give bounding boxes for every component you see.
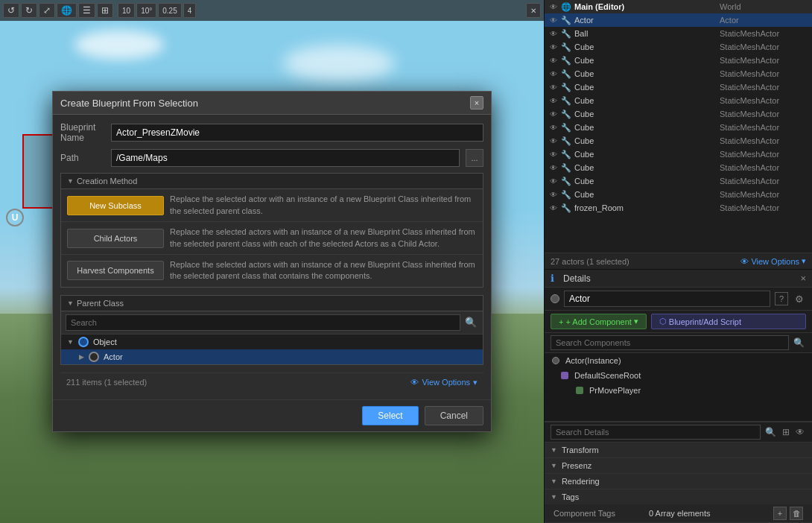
outliner-item-cube-8[interactable]: 👁 🔧 Cube StaticMeshActor — [545, 134, 812, 148]
eye-icon: 👁 — [410, 378, 419, 387]
outliner-list: 👁 🌐 Main (Editor) World 👁 🔧 Actor Actor … — [545, 0, 812, 253]
outliner-eye-icon: 👁 — [740, 257, 749, 266]
tags-header[interactable]: ▼ Tags — [545, 489, 812, 504]
frozen-room-type: StaticMeshActor — [720, 203, 809, 212]
component-default-scene-root[interactable]: DefaultSceneRoot — [545, 368, 812, 383]
new-subclass-desc: Replace the selected actor with an insta… — [170, 194, 477, 217]
component-tags-label: Component Tags — [554, 509, 643, 518]
search-components-row: 🔍 — [545, 333, 812, 353]
outliner-view-options-label: View Options — [751, 257, 799, 266]
cancel-button[interactable]: Cancel — [425, 406, 483, 425]
blueprint-add-script-btn[interactable]: ⬡ Blueprint/Add Script — [651, 314, 806, 329]
search-components-input[interactable] — [551, 335, 789, 350]
details-grid-btn[interactable]: ⊞ — [781, 427, 791, 437]
outliner-item-cube-5[interactable]: 👁 🔧 Cube StaticMeshActor — [545, 94, 812, 107]
blueprint-name-input[interactable] — [111, 124, 483, 142]
outliner-item-cube-12[interactable]: 👁 🔧 Cube StaticMeshActor — [545, 188, 812, 201]
component-list: Actor(Instance) DefaultSceneRoot PrMoveP… — [545, 353, 812, 422]
details-icon: ℹ — [551, 273, 554, 284]
main-editor-type: World — [720, 2, 809, 11]
actor-settings-btn[interactable]: ⚙ — [793, 292, 806, 305]
outliner-ball-type: StaticMeshActor — [720, 29, 809, 38]
rendering-header[interactable]: ▼ Rendering — [545, 474, 812, 489]
child-actors-btn[interactable]: Child Actors — [67, 229, 164, 248]
component-prmoveplayer[interactable]: PrMovePlayer — [545, 383, 812, 398]
add-component-chevron: ▾ — [634, 317, 638, 326]
transform-title: Transform — [562, 446, 599, 454]
rendering-arrow: ▼ — [551, 478, 557, 485]
details-tab[interactable]: Details — [559, 272, 595, 285]
ue-logo: U — [6, 209, 24, 226]
add-component-btn[interactable]: + + Add Component ▾ — [551, 314, 647, 329]
blueprint-name-row: Blueprint Name — [60, 122, 483, 143]
outliner-actors-count: 27 actors (1 selected) — [551, 257, 629, 266]
dialog-close-btn[interactable]: × — [470, 96, 483, 110]
outliner-view-options-btn[interactable]: 👁 View Options ▾ — [740, 256, 806, 266]
details-eye-btn[interactable]: 👁 — [794, 427, 806, 437]
outliner-item-main-editor[interactable]: 👁 🌐 Main (Editor) World — [545, 0, 812, 13]
view-options-chevron: ▾ — [473, 378, 478, 387]
view-options-btn[interactable]: 👁 View Options ▾ — [410, 378, 478, 387]
parent-class-header: ▼ Parent Class — [61, 296, 483, 311]
tags-add-btn[interactable]: + — [773, 507, 787, 520]
outliner-item-cube-6[interactable]: 👁 🔧 Cube StaticMeshActor — [545, 107, 812, 121]
outliner-item-cube-10[interactable]: 👁 🔧 Cube StaticMeshActor — [545, 161, 812, 174]
tags-arrow: ▼ — [551, 493, 557, 501]
main-editor-eye: 👁 — [548, 3, 559, 11]
search-details-input[interactable] — [551, 425, 761, 440]
harvest-components-btn[interactable]: Harvest Components — [67, 261, 164, 280]
child-actors-desc: Replace the selected actors with an inst… — [170, 226, 477, 250]
outliner-actor-name: Actor — [573, 16, 718, 25]
object-expand-icon: ▼ — [67, 338, 74, 346]
transform-section: ▼ Transform — [545, 443, 812, 458]
search-components-btn[interactable]: 🔍 — [792, 337, 806, 348]
actor-instance-icon — [551, 355, 561, 366]
outliner-view-chevron: ▾ — [802, 256, 806, 266]
parent-class-search-row: 🔍 — [61, 311, 483, 335]
actor-name-input[interactable] — [564, 291, 770, 307]
transform-header[interactable]: ▼ Transform — [545, 443, 812, 457]
items-count: 211 items (1 selected) — [66, 378, 147, 387]
method-row-harvest: Harvest Components Replace the selected … — [61, 255, 483, 287]
outliner-item-cube-3[interactable]: 👁 🔧 Cube StaticMeshActor — [545, 67, 812, 80]
outliner-item-actor[interactable]: 👁 🔧 Actor Actor — [545, 13, 812, 27]
parent-class-search-input[interactable] — [66, 314, 460, 331]
tags-title: Tags — [562, 492, 579, 501]
outliner-item-cube-4[interactable]: 👁 🔧 Cube StaticMeshActor — [545, 80, 812, 94]
browse-btn[interactable]: ... — [466, 149, 483, 167]
tags-del-btn[interactable]: 🗑 — [790, 507, 803, 520]
new-subclass-btn[interactable]: New Subclass — [67, 196, 164, 215]
outliner-item-cube-1[interactable]: 👁 🔧 Cube StaticMeshActor — [545, 40, 812, 54]
actor-eye: 👁 — [548, 16, 559, 25]
component-actor-instance[interactable]: Actor(Instance) — [545, 353, 812, 368]
main-editor-name: Main (Editor) — [573, 2, 718, 11]
outliner-item-cube-7[interactable]: 👁 🔧 Cube StaticMeshActor — [545, 121, 812, 134]
outliner-item-cube-2[interactable]: 👁 🔧 Cube StaticMeshActor — [545, 54, 812, 67]
path-input[interactable] — [111, 149, 460, 167]
outliner-item-cube-9[interactable]: 👁 🔧 Cube StaticMeshActor — [545, 148, 812, 161]
presenz-header[interactable]: ▼ Presenz — [545, 458, 812, 473]
select-button[interactable]: Select — [362, 406, 418, 425]
search-details-btn[interactable]: 🔍 — [764, 427, 778, 437]
actor-help-btn[interactable]: ? — [775, 292, 788, 305]
outliner-item-frozen-room[interactable]: 👁 🔧 frozen_Room StaticMeshActor — [545, 201, 812, 215]
creation-method-header: ▼ Creation Method — [61, 174, 483, 189]
actor-expand-icon: ▶ — [79, 353, 84, 361]
actor-icon — [89, 352, 99, 362]
rendering-section: ▼ Rendering — [545, 474, 812, 489]
class-item-actor[interactable]: ▶ Actor — [61, 349, 483, 364]
dialog-overlay: Create Blueprint From Selection × Bluepr… — [0, 0, 544, 523]
details-close-btn[interactable]: × — [800, 273, 806, 284]
parent-class-arrow: ▼ — [67, 299, 74, 307]
dialog-footer: 211 items (1 selected) 👁 View Options ▾ — [60, 373, 483, 392]
method-row-child-actors: Child Actors Replace the selected actors… — [61, 222, 483, 255]
object-icon — [78, 337, 89, 347]
class-list: ▼ Object ▶ Actor — [61, 335, 483, 364]
outliner-item-cube-11[interactable]: 👁 🔧 Cube StaticMeshActor — [545, 174, 812, 188]
prmoveplayer-icon — [574, 385, 585, 396]
parent-class-search-btn[interactable]: 🔍 — [463, 317, 478, 328]
class-item-object[interactable]: ▼ Object — [61, 335, 483, 349]
default-scene-root-name: DefaultSceneRoot — [574, 371, 641, 380]
actor-instance-name: Actor(Instance) — [565, 356, 621, 365]
outliner-item-ball[interactable]: 👁 🔧 Ball StaticMeshActor — [545, 27, 812, 40]
